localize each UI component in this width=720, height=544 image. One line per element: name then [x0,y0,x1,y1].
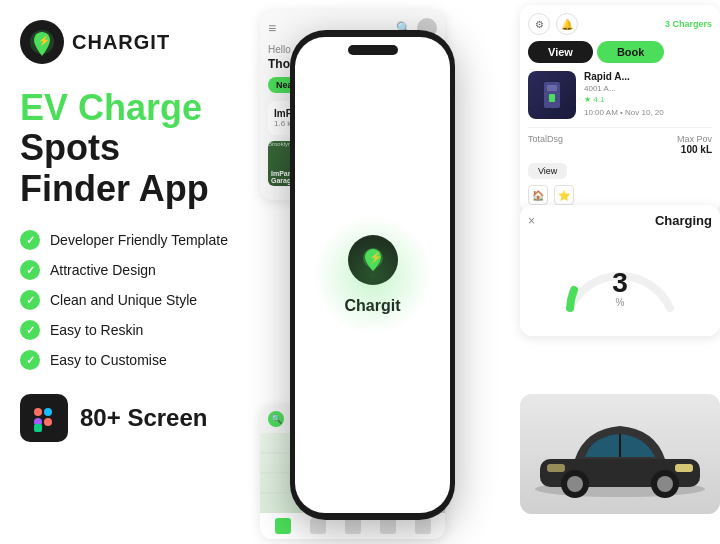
booking-item: Rapid A... 4001 A... ★ 4.1 10:00 AM • No… [528,71,712,119]
headline-line1: EV Charge Spots [20,88,245,167]
station-addr: 4001 A... [584,84,712,93]
action-icons: 🏠 ⭐ [528,185,712,205]
svg-rect-27 [547,464,565,472]
tab-book[interactable]: Book [597,41,665,63]
middle-section: ≡ 🔍 Hello Thomas Adams Nearby Recent Fav… [260,0,475,544]
max-value: 100 kL [677,144,712,155]
brand-name: CHARGIT [72,31,170,54]
notification-icon[interactable]: 🔔 [556,13,578,35]
station-image [528,71,576,119]
station-rating: ★ 4.1 [584,95,712,104]
car-image-area [520,394,720,514]
phone-screen: ⚡ Chargit [295,37,450,513]
nav-calendar[interactable] [380,518,396,534]
svg-rect-2 [34,408,42,416]
check-icon-3 [20,290,40,310]
feature-3: Clean and Unique Style [20,290,245,310]
figma-badge: 80+ Screen [20,394,245,442]
svg-point-23 [567,476,583,492]
charge-unit: % [612,297,628,308]
feature-2: Attractive Design [20,260,245,280]
settings-row: ⚙ 🔔 [528,13,578,35]
close-button[interactable]: × [528,214,535,228]
divider [528,127,712,128]
settings-icon[interactable]: ⚙ [528,13,550,35]
svg-text:⚡: ⚡ [38,34,51,47]
check-icon-4 [20,320,40,340]
logo-area: ⚡ CHARGIT [20,20,245,64]
station-name: Rapid A... [584,71,712,82]
check-icon-5 [20,350,40,370]
headline: EV Charge Spots Finder App [20,88,245,210]
left-section: ⚡ CHARGIT EV Charge Spots Finder App Dev… [0,0,265,544]
charging-card: × Charging 3 % [520,205,720,336]
headline-line2: Finder App [20,167,245,210]
check-icon-1 [20,230,40,250]
star-icon[interactable]: ⭐ [554,185,574,205]
nav-home[interactable] [275,518,291,534]
figma-icon [20,394,68,442]
view-button[interactable]: View [528,163,567,179]
home-icon[interactable]: 🏠 [528,185,548,205]
booking-time: 10:00 AM • Nov 10, 20 [584,108,712,117]
total-label: TotalDsg [528,134,563,144]
booking-tabs: View Book [528,41,712,63]
svg-point-25 [657,476,673,492]
feature-1: Developer Friendly Template [20,230,245,250]
booking-info: Rapid A... 4001 A... ★ 4.1 10:00 AM • No… [584,71,712,117]
nav-profile[interactable] [415,518,431,534]
map-search-icon[interactable]: 🔍 [268,411,284,427]
charging-title: Charging [655,213,712,228]
svg-rect-17 [547,85,557,91]
charging-gauge: 3 % [528,238,712,318]
right-section: ⚙ 🔔 3 Chargers View Book Rapi [505,0,720,544]
svg-rect-5 [34,424,42,432]
feature-5: Easy to Customise [20,350,245,370]
chargers-badge: 3 Chargers [665,19,712,29]
brand-logo-icon: ⚡ [20,20,64,64]
booking-card: ⚙ 🔔 3 Chargers View Book Rapi [520,5,720,213]
charging-header: × Charging [528,213,712,228]
nav-check[interactable] [345,518,361,534]
charge-percent: 3 [612,269,628,297]
feature-4: Easy to Reskin [20,320,245,340]
headline-dark: Spots [20,127,120,168]
headline-green: EV Charge [20,87,202,128]
car-svg [520,394,720,514]
green-glow [313,215,433,335]
svg-point-6 [44,418,52,426]
svg-rect-26 [675,464,693,472]
svg-rect-18 [549,94,555,102]
check-icon-2 [20,260,40,280]
phone-notch [348,45,398,55]
phone-mockup: ⚡ Chargit [290,30,455,520]
menu-icon: ≡ [268,20,276,36]
screen-count: 80+ Screen [80,404,207,432]
max-label: Max Pov [677,134,712,144]
svg-rect-3 [44,408,52,416]
features-list: Developer Friendly Template Attractive D… [20,230,245,370]
nav-list[interactable] [310,518,326,534]
tab-view[interactable]: View [528,41,593,63]
